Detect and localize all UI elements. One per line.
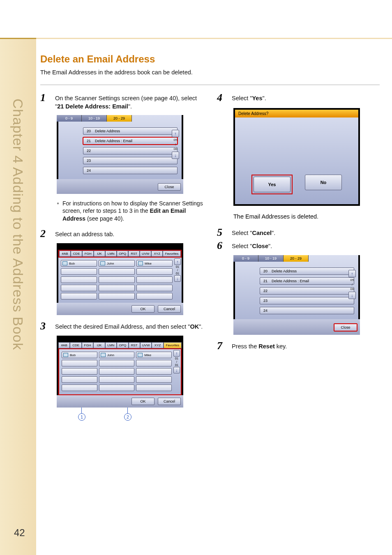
settings-row[interactable]: 20Delete Address xyxy=(260,267,354,275)
settings-row[interactable]: 22 xyxy=(260,287,354,295)
range-tab[interactable]: 10 - 19 xyxy=(82,115,107,122)
address-tab-favorites-selected[interactable]: Favorites xyxy=(164,342,182,348)
address-entry-empty[interactable] xyxy=(61,285,97,291)
address-tab-favorites[interactable]: Favorites xyxy=(163,251,181,257)
cancel-button[interactable]: Cancel xyxy=(158,305,181,313)
address-entry-empty[interactable] xyxy=(99,368,135,375)
address-tab[interactable]: IJK xyxy=(93,342,105,348)
address-tab[interactable]: IJK xyxy=(94,251,105,257)
text: key. xyxy=(275,343,287,350)
address-entry-empty[interactable] xyxy=(136,385,172,391)
no-button[interactable]: No xyxy=(305,175,342,190)
row-num: 24 xyxy=(263,309,272,313)
note: For instructions on how to display the S… xyxy=(57,200,203,223)
scroll-up-button[interactable]: ↑ xyxy=(173,350,180,357)
settings-row[interactable]: 24 xyxy=(260,307,354,314)
address-entry-empty[interactable] xyxy=(99,385,135,391)
address-entry-empty[interactable] xyxy=(99,268,135,275)
scroll-up-button[interactable]: ↑ xyxy=(174,258,181,265)
address-tab[interactable]: #AB xyxy=(59,251,71,257)
chapter-side-label: Chapter 4 Adding to the Address Book xyxy=(10,99,26,350)
address-entry-empty[interactable] xyxy=(136,285,173,291)
cancel-button[interactable]: Cancel xyxy=(158,398,181,405)
scroll-down-button[interactable]: ↓ xyxy=(173,367,180,373)
address-tab[interactable]: #AB xyxy=(58,342,70,348)
address-entry-empty[interactable] xyxy=(99,285,135,291)
yes-button[interactable]: Yes xyxy=(254,177,291,192)
address-tab[interactable]: XYZ xyxy=(152,342,163,348)
address-tab[interactable]: FGH xyxy=(82,251,94,257)
address-tab[interactable]: XYZ xyxy=(151,251,163,257)
step-number: 7 xyxy=(217,341,232,351)
text: (see page 40). xyxy=(85,215,124,222)
settings-row[interactable]: 20Delete Address xyxy=(83,127,178,135)
scroll-down-button[interactable]: ↓ xyxy=(348,292,356,299)
text: ". xyxy=(199,323,203,330)
address-entry[interactable]: Bob xyxy=(62,352,97,358)
close-button-highlight[interactable]: Close xyxy=(334,323,357,332)
settings-row-highlight[interactable]: 21Delete Address : Email xyxy=(83,137,178,145)
address-entry-empty[interactable] xyxy=(62,368,97,375)
scroll-down-button[interactable]: ↓ xyxy=(174,275,181,282)
address-tab[interactable]: OPQ xyxy=(117,342,128,348)
mail-icon xyxy=(138,353,143,357)
address-entry-empty[interactable] xyxy=(61,268,97,275)
range-tab[interactable]: 0 - 9 xyxy=(57,115,82,122)
scroll-down-button[interactable]: ↓ xyxy=(172,152,179,159)
page-ind: 01 xyxy=(175,357,178,360)
row-num: 22 xyxy=(263,289,272,293)
row-num: 22 xyxy=(87,149,95,153)
address-entry-empty[interactable] xyxy=(62,385,97,391)
range-tab-active[interactable]: 20 - 29 xyxy=(284,255,309,262)
address-entry-empty[interactable] xyxy=(136,268,173,275)
address-tab[interactable]: LMN xyxy=(105,342,117,348)
settings-row[interactable]: 24 xyxy=(83,167,178,174)
address-tab[interactable]: LMN xyxy=(105,251,117,257)
address-entry-empty[interactable] xyxy=(62,376,97,383)
ok-button[interactable]: OK xyxy=(131,305,154,313)
ok-button-highlight[interactable]: OK xyxy=(131,398,154,405)
scroll-up-button[interactable]: ↑ xyxy=(348,270,356,277)
close-button[interactable]: Close xyxy=(158,183,181,191)
address-entry[interactable]: John xyxy=(99,352,135,358)
mail-icon xyxy=(62,261,67,265)
address-entry[interactable]: John xyxy=(99,260,135,267)
scanner-settings-screenshot: 0 - 9 10 - 19 20 - 29 20Delete Address 2… xyxy=(57,115,183,194)
address-tab[interactable]: CDE xyxy=(71,251,82,257)
page-ind: 01 xyxy=(175,364,178,366)
settings-row[interactable]: 23 xyxy=(83,157,178,164)
address-entry[interactable]: Mike xyxy=(136,352,172,358)
address-entry-empty[interactable] xyxy=(136,293,173,299)
settings-row[interactable]: 23 xyxy=(260,297,354,304)
address-tab[interactable]: UVW xyxy=(140,251,151,257)
address-entry-empty[interactable] xyxy=(136,368,172,375)
address-entry-empty[interactable] xyxy=(99,376,135,383)
range-tab[interactable]: 0 - 9 xyxy=(233,255,258,262)
address-entry-empty[interactable] xyxy=(62,360,97,366)
address-entry-empty[interactable] xyxy=(136,276,173,283)
range-tab-active[interactable]: 20 - 29 xyxy=(107,115,132,122)
address-tab[interactable]: FGH xyxy=(82,342,93,348)
settings-row[interactable]: 22 xyxy=(83,147,178,154)
address-tab[interactable]: OPQ xyxy=(117,251,128,257)
address-entry-empty[interactable] xyxy=(99,360,135,366)
settings-row[interactable]: 21Delete Address : Email xyxy=(260,277,354,285)
step-number: 4 xyxy=(217,92,232,103)
address-tab[interactable]: RST xyxy=(129,342,140,348)
address-entry-empty[interactable] xyxy=(99,293,135,299)
step-text: Press the Reset key. xyxy=(232,341,287,350)
address-tab[interactable]: UVW xyxy=(140,342,152,348)
address-entry-empty[interactable] xyxy=(61,276,97,283)
address-entry[interactable]: Mike xyxy=(136,260,173,267)
range-tab[interactable]: 10 - 19 xyxy=(258,255,284,262)
address-entry-empty[interactable] xyxy=(136,360,172,366)
address-tab[interactable]: CDE xyxy=(70,342,81,348)
scroll-up-button[interactable]: ↑ xyxy=(172,130,179,137)
address-entry-empty[interactable] xyxy=(61,293,97,299)
address-entry-empty[interactable] xyxy=(99,276,135,283)
row-label: Delete Address xyxy=(95,129,120,133)
address-tab[interactable]: RST xyxy=(128,251,140,257)
address-entry[interactable]: Bob xyxy=(61,260,97,267)
address-entry-empty[interactable] xyxy=(136,376,172,383)
row-num: 23 xyxy=(87,159,95,163)
